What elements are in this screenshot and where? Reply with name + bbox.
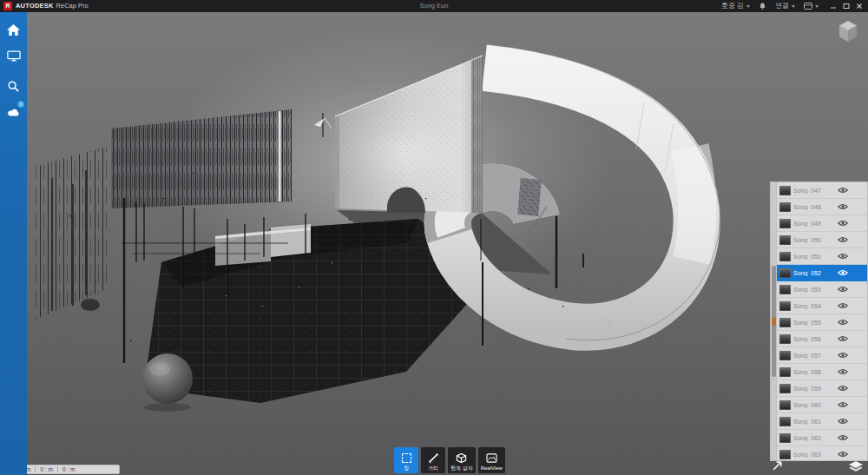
scan-thumbnail-icon <box>779 450 791 459</box>
scan-list-item[interactable]: Song_057 <box>777 347 867 364</box>
panels-menu[interactable] <box>804 3 819 10</box>
cloud-button[interactable]: 0 <box>0 101 27 124</box>
cloud-icon <box>7 108 21 117</box>
connect-menu[interactable]: 연결 <box>775 0 795 12</box>
scan-thumbnail-icon <box>779 202 791 212</box>
notification-bell-icon[interactable] <box>759 2 766 10</box>
visibility-eye-icon[interactable] <box>838 269 848 276</box>
visibility-eye-icon[interactable] <box>838 187 848 194</box>
scan-list-item[interactable]: Song_054 <box>777 298 867 314</box>
scan-item-label: Song_048 <box>793 204 835 210</box>
scan-thumbnail-icon <box>779 301 791 311</box>
scan-list-item[interactable]: Song_055 <box>777 314 867 331</box>
limit-box-tool[interactable]: 한계 상자 <box>448 447 476 473</box>
search-button[interactable] <box>0 75 27 98</box>
scan-list-item[interactable]: Song_047 <box>777 182 867 199</box>
point-cloud-viewport[interactable] <box>0 0 868 475</box>
maximize-button[interactable] <box>840 0 852 12</box>
scan-list-item[interactable]: Song_063 <box>777 446 867 460</box>
scan-thumbnail-icon <box>779 417 791 426</box>
scan-item-label: Song_056 <box>793 336 835 342</box>
window-select-icon <box>402 453 411 463</box>
visibility-eye-icon[interactable] <box>838 236 848 243</box>
scan-thumbnail-icon <box>779 400 791 410</box>
visibility-eye-icon[interactable] <box>838 401 848 408</box>
tool-label: 창 <box>404 465 409 472</box>
scan-list-item[interactable]: Song_060 <box>777 397 867 413</box>
scan-item-label: Song_058 <box>793 369 835 375</box>
scan-list-item[interactable]: Song_056 <box>777 331 867 347</box>
expand-view-button[interactable] <box>772 459 783 471</box>
realview-icon <box>486 453 497 463</box>
scan-item-label: Song_057 <box>793 353 835 359</box>
cloud-badge: 0 <box>17 101 24 108</box>
panels-icon <box>804 3 812 10</box>
app-name: ReCap Pro <box>56 0 89 12</box>
distance-icon <box>428 452 439 464</box>
expand-arrow-icon <box>772 460 783 472</box>
visibility-eye-icon[interactable] <box>838 368 848 375</box>
tool-label: 한계 상자 <box>450 465 473 472</box>
scan-list-item[interactable]: Song_053 <box>777 281 867 298</box>
scan-list-item[interactable]: Song_051 <box>777 248 867 265</box>
visibility-eye-icon[interactable] <box>838 335 848 342</box>
visibility-eye-icon[interactable] <box>838 203 848 210</box>
realview-tool[interactable]: RealView <box>478 447 505 473</box>
visibility-eye-icon[interactable] <box>838 253 848 260</box>
scan-item-label: Song_047 <box>793 188 835 194</box>
visibility-eye-icon[interactable] <box>838 220 848 227</box>
chevron-down-icon <box>815 5 819 8</box>
visibility-eye-icon[interactable] <box>838 451 848 458</box>
scan-item-label: Song_062 <box>793 435 835 441</box>
scan-list-item[interactable]: Song_050 <box>777 232 867 248</box>
scan-item-label: Song_051 <box>793 254 835 260</box>
home-icon <box>6 23 21 36</box>
scan-thumbnail-icon <box>779 252 791 261</box>
scan-thumbnail-icon <box>779 285 791 294</box>
scan-list-item[interactable]: Song_061 <box>777 413 867 430</box>
display-button[interactable] <box>0 44 27 68</box>
scan-item-label: Song_055 <box>793 320 835 326</box>
user-name: 호중 김 <box>721 0 744 12</box>
scan-list-item[interactable]: Song_058 <box>777 364 867 380</box>
main-wall <box>327 56 483 213</box>
project-navigator-button[interactable] <box>848 460 864 472</box>
title-bar: R AUTODESK ReCap Pro Song Eun 호중 김 연결 <box>0 0 868 12</box>
visibility-eye-icon[interactable] <box>838 385 848 392</box>
visibility-eye-icon[interactable] <box>838 302 848 309</box>
divider <box>57 466 58 472</box>
visibility-eye-icon[interactable] <box>838 286 848 293</box>
scan-thumbnail-icon <box>779 235 791 245</box>
scan-list-item[interactable]: Song_048 <box>777 199 867 215</box>
scan-item-label: Song_063 <box>793 452 835 458</box>
scan-thumbnail-icon <box>779 367 791 377</box>
chevron-down-icon <box>746 5 750 8</box>
coordinate-z: 0 : m <box>62 466 75 472</box>
scan-list-scrollbar[interactable] <box>771 182 777 460</box>
divider <box>35 466 36 472</box>
view-cube[interactable] <box>834 16 862 44</box>
app-window: R AUTODESK ReCap Pro Song Eun 호중 김 연결 <box>0 0 868 475</box>
scan-item-label: Song_061 <box>793 419 835 425</box>
visibility-eye-icon[interactable] <box>838 319 848 326</box>
scan-item-label: Song_052 <box>793 270 835 276</box>
limit-box-icon <box>456 452 467 464</box>
visibility-eye-icon[interactable] <box>838 418 848 425</box>
visibility-eye-icon[interactable] <box>838 434 848 441</box>
scan-thumbnail-icon <box>779 219 791 228</box>
tool-label: 거리 <box>428 465 438 472</box>
home-button[interactable] <box>0 18 27 42</box>
scan-list-item[interactable]: Song_062 <box>777 430 867 446</box>
scan-list-item[interactable]: Song_059 <box>777 380 867 397</box>
scan-thumbnail-icon <box>779 334 791 344</box>
close-button[interactable] <box>853 0 865 12</box>
scan-list-item[interactable]: Song_052 <box>777 265 867 281</box>
user-menu[interactable]: 호중 김 <box>721 0 750 12</box>
distance-tool[interactable]: 거리 <box>421 447 445 473</box>
minimize-button[interactable] <box>827 0 838 12</box>
visibility-eye-icon[interactable] <box>838 352 848 359</box>
left-toolbar: 0 <box>0 12 27 475</box>
monitor-icon <box>7 50 21 62</box>
scan-list-item[interactable]: Song_049 <box>777 215 867 232</box>
window-select-tool[interactable]: 창 <box>394 447 418 473</box>
